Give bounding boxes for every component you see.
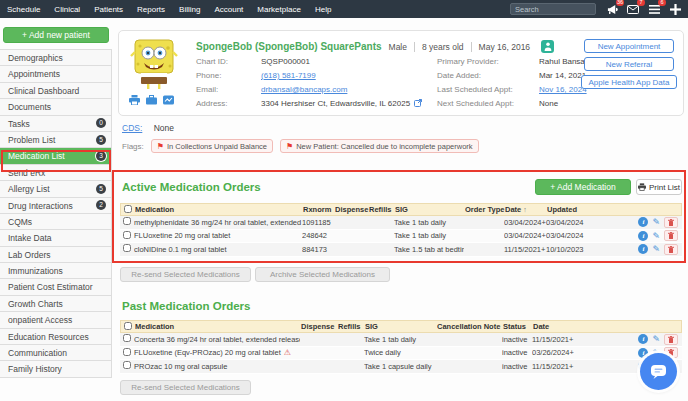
sig-cell: Take 1 capsule daily [364, 362, 436, 371]
sidebar-item-demographics[interactable]: Demographics [0, 50, 112, 66]
row-checkbox[interactable] [123, 244, 131, 252]
sidebar: + Add new patient Demographics Appointme… [0, 26, 112, 378]
print-list-label: Print List [649, 183, 680, 192]
col-rxnorm[interactable]: Rxnorm [303, 205, 335, 214]
search-input[interactable] [510, 3, 596, 15]
last-appt-link[interactable]: Nov 16, 2024 [539, 85, 587, 94]
tasks-menu-icon[interactable]: 6 [648, 3, 660, 15]
sidebar-item-lab-orders[interactable]: Lab Orders [0, 247, 112, 263]
external-link-icon[interactable] [414, 99, 422, 107]
add-medication-button[interactable]: + Add Medication [535, 179, 631, 195]
sidebar-item-label: Tasks [8, 119, 30, 129]
flag-icon: ⚑ [157, 142, 164, 151]
add-icon[interactable] [669, 3, 681, 15]
onpatient-status-icon[interactable] [541, 40, 554, 53]
sidebar-item-immunizations[interactable]: Immunizations [0, 263, 112, 279]
info-icon[interactable]: i [638, 231, 648, 241]
chat-bubble-button[interactable] [640, 353, 677, 390]
sidebar-item-tasks[interactable]: Tasks0 [0, 116, 112, 132]
updated-cell: 03/04/2024 [546, 218, 590, 227]
printer-icon[interactable] [129, 95, 140, 105]
col-status[interactable]: Status [503, 322, 533, 331]
col-refills[interactable]: Refills [338, 322, 365, 331]
print-list-button[interactable]: Print List [636, 179, 682, 195]
select-all-checkbox[interactable] [124, 322, 132, 330]
col-order-type[interactable]: Order Type [465, 205, 505, 214]
resend-selected-past-button[interactable]: Re-send Selected Medications [120, 380, 251, 395]
add-new-patient-button[interactable]: + Add new patient [3, 27, 109, 43]
row-checkbox[interactable] [123, 334, 131, 342]
col-updated[interactable]: Updated [547, 205, 591, 214]
new-appointment-button[interactable]: New Appointment [584, 39, 674, 53]
col-dispense[interactable]: Dispense [301, 322, 338, 331]
briefcase-icon[interactable] [146, 95, 157, 105]
row-checkbox[interactable] [123, 361, 131, 369]
sidebar-item-cqms[interactable]: CQMs [0, 214, 112, 230]
col-refills[interactable]: Refills [369, 205, 395, 214]
sidebar-item-drug-interactions[interactable]: Drug Interactions2 [0, 198, 112, 214]
delete-icon[interactable] [664, 244, 678, 255]
sidebar-item-communication[interactable]: Communication [0, 345, 112, 361]
new-referral-button[interactable]: New Referral [584, 57, 674, 71]
medication-text: PROzac 10 mg oral capsule [134, 362, 227, 371]
col-sig[interactable]: SIG [365, 322, 437, 331]
sidebar-item-growth-charts[interactable]: Growth Charts [0, 296, 112, 312]
nav-clinical[interactable]: Clinical [54, 5, 80, 14]
col-sig[interactable]: SIG [395, 205, 465, 214]
sidebar-item-onpatient-access[interactable]: onpatient Access [0, 312, 112, 328]
col-medication[interactable]: Medication [135, 205, 303, 214]
row-checkbox[interactable] [123, 217, 131, 225]
apple-health-button[interactable]: Apple Health App Data [581, 75, 677, 89]
sidebar-item-documents[interactable]: Documents [0, 99, 112, 115]
col-date-sorted[interactable]: Date↑ [505, 205, 547, 214]
sidebar-item-medication-list[interactable]: Medication List3 [0, 148, 112, 164]
email-link[interactable]: drbansal@bancaps.com [261, 85, 347, 94]
flag-pill-new-patient[interactable]: ⚑New Patient: Cancelled due to incomplet… [280, 139, 479, 153]
sidebar-item-clinical-dashboard[interactable]: Clinical Dashboard [0, 83, 112, 99]
sidebar-item-patient-cost-estimator[interactable]: Patient Cost Estimator [0, 279, 112, 295]
sidebar-item-problem-list[interactable]: Problem List5 [0, 132, 112, 148]
col-medication[interactable]: Medication [135, 322, 301, 331]
flags-label: Flags: [122, 142, 144, 151]
nav-marketplace[interactable]: Marketplace [257, 5, 301, 14]
delete-icon[interactable] [664, 334, 678, 345]
patient-quick-actions [129, 95, 174, 105]
col-date[interactable]: Date [533, 322, 588, 331]
sidebar-item-label: Demographics [8, 53, 63, 63]
row-checkbox[interactable] [123, 348, 131, 356]
nav-account[interactable]: Account [214, 5, 243, 14]
cds-link[interactable]: CDS: [122, 123, 142, 133]
sidebar-item-allergy-list[interactable]: Allergy List5 [0, 181, 112, 197]
announcements-icon[interactable]: 36 [606, 3, 618, 15]
nav-billing[interactable]: Billing [179, 5, 200, 14]
sidebar-item-family-history[interactable]: Family History [0, 361, 112, 377]
info-icon[interactable]: i [638, 217, 648, 227]
sidebar-item-appointments[interactable]: Appointments [0, 66, 112, 82]
row-checkbox[interactable] [123, 231, 131, 239]
edit-icon[interactable]: ✎ [652, 217, 660, 227]
delete-icon[interactable] [664, 230, 678, 241]
nav-schedule[interactable]: Schedule [7, 5, 40, 14]
info-icon[interactable]: i [638, 334, 648, 344]
edit-icon[interactable]: ✎ [652, 231, 660, 241]
media-icon[interactable] [163, 95, 174, 105]
archive-selected-button[interactable]: Archive Selected Medications [255, 267, 390, 282]
resend-selected-button[interactable]: Re-send Selected Medications [120, 267, 251, 282]
nav-patients[interactable]: Patients [94, 5, 123, 14]
delete-icon[interactable] [664, 217, 678, 228]
messages-icon[interactable]: 7 [627, 3, 639, 15]
edit-icon[interactable]: ✎ [652, 334, 660, 344]
sidebar-item-intake-data[interactable]: Intake Data [0, 230, 112, 246]
col-cancellation-note[interactable]: Cancellation Note [437, 322, 503, 331]
edit-icon[interactable]: ✎ [652, 244, 660, 254]
nav-reports[interactable]: Reports [137, 5, 165, 14]
col-dispense[interactable]: Dispense [335, 205, 369, 214]
phone-link[interactable]: (618) 581-7199 [261, 71, 316, 80]
flag-pill-collections[interactable]: ⚑In Collections Unpaid Balance [151, 139, 273, 153]
select-all-checkbox[interactable] [124, 205, 132, 213]
chat-icon [650, 364, 667, 379]
sidebar-item-education-resources[interactable]: Education Resources [0, 329, 112, 345]
nav-help[interactable]: Help [315, 5, 331, 14]
sidebar-item-send-erx[interactable]: Send eRx [0, 165, 112, 181]
info-icon[interactable]: i [638, 244, 648, 254]
